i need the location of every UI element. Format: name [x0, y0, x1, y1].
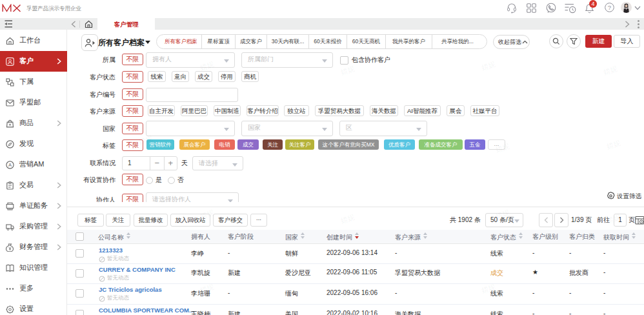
svg-text:A: A — [8, 162, 12, 168]
svg-text:?: ? — [608, 4, 611, 11]
